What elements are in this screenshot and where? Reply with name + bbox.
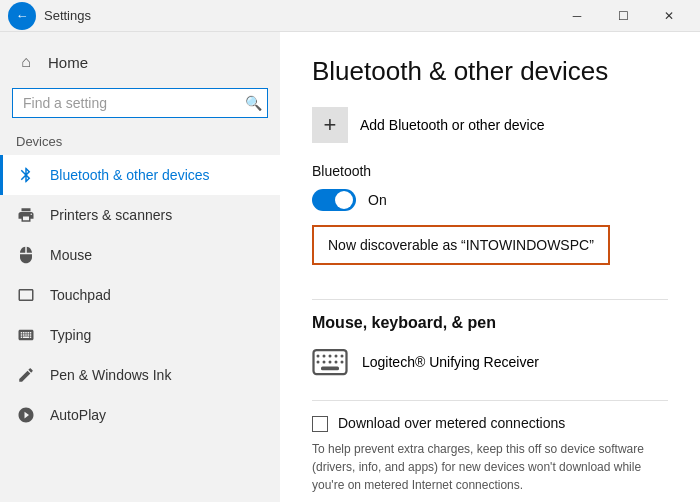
toggle-thumb <box>335 191 353 209</box>
bluetooth-icon <box>16 165 36 185</box>
sidebar-item-printers[interactable]: Printers & scanners <box>0 195 280 235</box>
search-input[interactable] <box>12 88 268 118</box>
bluetooth-toggle-row: On <box>312 189 668 211</box>
window-title: Settings <box>44 8 554 23</box>
sidebar-item-pen[interactable]: Pen & Windows Ink <box>0 355 280 395</box>
mouse-section-title: Mouse, keyboard, & pen <box>312 314 668 332</box>
typing-icon <box>16 325 36 345</box>
sidebar-item-touchpad[interactable]: Touchpad <box>0 275 280 315</box>
page-title: Bluetooth & other devices <box>312 56 668 87</box>
minimize-button[interactable]: ─ <box>554 0 600 32</box>
divider-2 <box>312 400 668 401</box>
add-device-label: Add Bluetooth or other device <box>360 117 544 133</box>
title-bar: ← Settings ─ ☐ ✕ <box>0 0 700 32</box>
sidebar-item-label-typing: Typing <box>50 327 91 343</box>
home-icon: ⌂ <box>16 52 36 72</box>
discoverable-notice: Now discoverable as “INTOWINDOWSPC” <box>312 225 610 265</box>
sidebar-item-bluetooth[interactable]: Bluetooth & other devices <box>0 155 280 195</box>
content-area: Bluetooth & other devices + Add Bluetoot… <box>280 32 700 502</box>
sidebar: ⌂ Home 🔍 Devices Bluetooth & other devic… <box>0 32 280 502</box>
sidebar-section-label: Devices <box>0 130 280 155</box>
sidebar-home[interactable]: ⌂ Home <box>0 44 280 80</box>
add-device-plus-icon: + <box>312 107 348 143</box>
sidebar-item-mouse[interactable]: Mouse <box>0 235 280 275</box>
back-button[interactable]: ← <box>8 2 36 30</box>
sidebar-item-label-mouse: Mouse <box>50 247 92 263</box>
touchpad-icon <box>16 285 36 305</box>
sidebar-item-label-pen: Pen & Windows Ink <box>50 367 171 383</box>
app-body: ⌂ Home 🔍 Devices Bluetooth & other devic… <box>0 32 700 502</box>
printer-icon <box>16 205 36 225</box>
search-icon: 🔍 <box>245 95 262 111</box>
download-checkbox[interactable] <box>312 416 328 432</box>
maximize-button[interactable]: ☐ <box>600 0 646 32</box>
bluetooth-section-label: Bluetooth <box>312 163 668 179</box>
download-checkbox-row: Download over metered connections <box>312 415 668 432</box>
toggle-state-label: On <box>368 192 387 208</box>
window-controls: ─ ☐ ✕ <box>554 0 692 32</box>
sidebar-item-label-printers: Printers & scanners <box>50 207 172 223</box>
sidebar-item-typing[interactable]: Typing <box>0 315 280 355</box>
download-checkbox-label: Download over metered connections <box>338 415 565 431</box>
search-box-container: 🔍 <box>12 88 268 118</box>
sidebar-item-label-touchpad: Touchpad <box>50 287 111 303</box>
pen-icon <box>16 365 36 385</box>
discoverable-text: Now discoverable as “INTOWINDOWSPC” <box>328 237 594 253</box>
sidebar-item-label-autoplay: AutoPlay <box>50 407 106 423</box>
svg-rect-11 <box>321 367 339 371</box>
sidebar-item-label-bluetooth: Bluetooth & other devices <box>50 167 210 183</box>
keyboard-icon <box>312 344 348 380</box>
mouse-icon <box>16 245 36 265</box>
autoplay-icon <box>16 405 36 425</box>
download-description: To help prevent extra charges, keep this… <box>312 440 668 494</box>
close-button[interactable]: ✕ <box>646 0 692 32</box>
add-device-button[interactable]: + Add Bluetooth or other device <box>312 107 668 143</box>
bluetooth-toggle[interactable] <box>312 189 356 211</box>
device-row-logitech: Logitech® Unifying Receiver <box>312 344 668 380</box>
sidebar-item-autoplay[interactable]: AutoPlay <box>0 395 280 435</box>
device-name: Logitech® Unifying Receiver <box>362 354 539 370</box>
home-label: Home <box>48 54 88 71</box>
back-icon: ← <box>16 8 29 23</box>
divider-1 <box>312 299 668 300</box>
